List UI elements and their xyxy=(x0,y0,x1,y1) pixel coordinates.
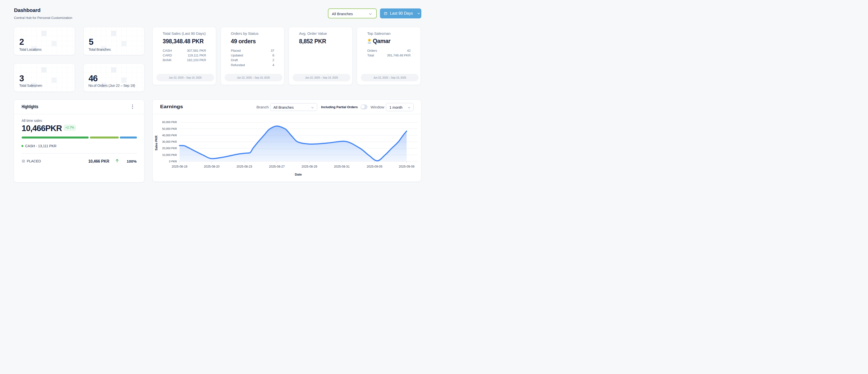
svg-text:2025-09-09: 2025-09-09 xyxy=(399,165,414,168)
svg-text:2025-08-27: 2025-08-27 xyxy=(269,165,285,168)
svg-text:50,000 PKR: 50,000 PKR xyxy=(162,127,177,130)
svg-text:2025-08-20: 2025-08-20 xyxy=(204,165,219,168)
svg-text:2025-08-31: 2025-08-31 xyxy=(334,165,349,168)
svg-text:10,000 PKR: 10,000 PKR xyxy=(162,154,177,157)
svg-text:20,000 PKR: 20,000 PKR xyxy=(162,147,177,150)
svg-text:2025-08-19: 2025-08-19 xyxy=(172,165,187,168)
svg-text:0 PKR: 0 PKR xyxy=(169,160,177,163)
svg-text:60,000 PKR: 60,000 PKR xyxy=(162,121,177,124)
svg-text:40,000 PKR: 40,000 PKR xyxy=(162,134,177,137)
svg-text:2025-08-23: 2025-08-23 xyxy=(236,165,252,168)
svg-text:2025-09-05: 2025-09-05 xyxy=(367,165,382,168)
svg-text:2025-08-29: 2025-08-29 xyxy=(302,165,317,168)
svg-text:30,000 PKR: 30,000 PKR xyxy=(162,140,177,143)
svg-text:Sales PKR: Sales PKR xyxy=(155,136,158,150)
svg-text:Date: Date xyxy=(294,173,302,176)
